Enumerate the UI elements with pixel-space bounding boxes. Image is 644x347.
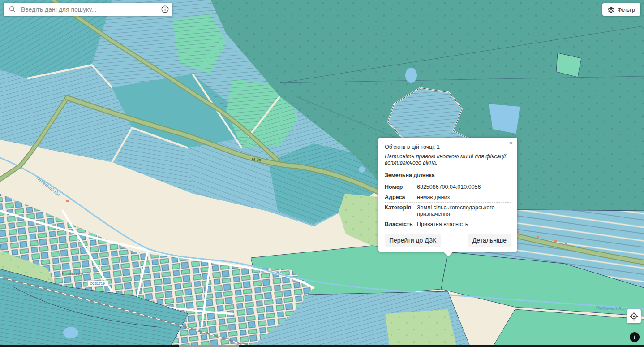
divider xyxy=(156,5,156,13)
road-number-badge: О231719 xyxy=(90,282,105,286)
row-value: 6825086700:04:010:0056 xyxy=(417,184,511,190)
settlement-label: Копистин xyxy=(62,271,83,276)
locate-button[interactable] xyxy=(627,309,641,323)
pond-small xyxy=(405,68,417,83)
parcel-info-popup: × Об'єктів в цій точці: 1 Натисніть прав… xyxy=(378,138,517,252)
details-button[interactable]: Детальніше xyxy=(468,234,511,247)
map-canvas[interactable]: Південний Буг Південний Буг М-30 Кописти… xyxy=(0,0,644,347)
pin-hint-line: Натисніть правою кнопкою миші для фіксац… xyxy=(385,153,511,166)
row-value: Приватна власність xyxy=(417,221,511,227)
map-info-button[interactable]: i xyxy=(630,332,640,342)
parcel-row-number: Номер 6825086700:04:010:0056 xyxy=(385,182,511,192)
row-value: немає даних xyxy=(417,194,511,200)
search-bar xyxy=(4,3,172,16)
objects-count-line: Об'єктів в цій точці: 1 xyxy=(385,144,511,150)
parcel-row-category: Категорія Землі сільськогосподарського п… xyxy=(385,203,511,219)
search-input[interactable] xyxy=(20,5,155,13)
bottom-edge-gray-segment xyxy=(179,345,239,347)
parcel-row-address: Адреса немає даних xyxy=(385,192,511,203)
popup-buttons: Перейти до ДЗК Детальніше xyxy=(385,234,511,247)
search-info-button[interactable] xyxy=(157,3,172,16)
locate-crosshair-icon xyxy=(630,312,638,321)
row-value: Землі сільськогосподарського призначення xyxy=(417,204,511,217)
row-label: Власність xyxy=(385,221,417,227)
bottom-edge-bar xyxy=(0,345,644,347)
info-icon xyxy=(161,5,169,13)
close-icon[interactable]: × xyxy=(507,139,514,147)
layers-icon xyxy=(608,6,614,13)
pond xyxy=(489,104,520,134)
row-label: Адреса xyxy=(385,194,417,200)
parcel-row-ownership: Власність Приватна власність xyxy=(385,219,511,229)
goto-dzk-button[interactable]: Перейти до ДЗК xyxy=(385,234,441,247)
filter-button-label: Фільтр xyxy=(618,6,635,13)
filter-button[interactable]: Фільтр xyxy=(602,3,640,16)
search-icon xyxy=(9,6,16,13)
river-label-2: Південний Буг xyxy=(596,305,626,311)
row-label: Категорія xyxy=(385,204,417,217)
row-label: Номер xyxy=(385,184,417,190)
parcel-section-title: Земельна ділянка xyxy=(385,172,511,178)
